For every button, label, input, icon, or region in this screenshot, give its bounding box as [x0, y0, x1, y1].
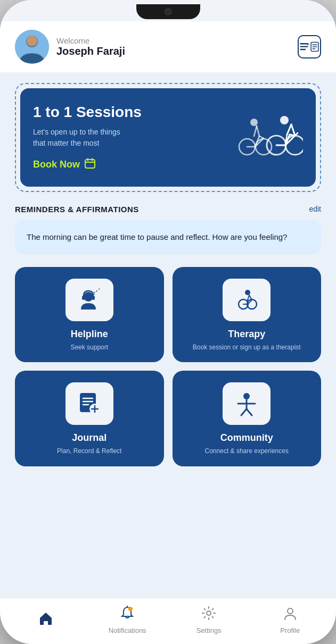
banner-subtitle: Let's open up to the thingsthat matter t… [33, 127, 234, 149]
avatar [15, 30, 49, 64]
svg-point-16 [280, 116, 289, 124]
journal-icon-box [65, 382, 113, 425]
home-icon [38, 611, 53, 630]
book-now-label: Book Now [33, 159, 80, 170]
svg-point-65 [288, 608, 293, 614]
settings-icon [201, 606, 216, 624]
services-grid: Z z z Helpline Seek support [15, 267, 321, 467]
nav-home[interactable] [27, 611, 64, 630]
community-title: Community [220, 432, 273, 444]
menu-button[interactable]: ≡ [298, 35, 321, 58]
user-name: Joseph Faraji [56, 45, 125, 57]
svg-point-27 [250, 119, 258, 126]
notch [136, 4, 200, 19]
bell-icon [120, 606, 135, 624]
nav-profile[interactable]: Profile [272, 606, 309, 634]
helpline-subtitle: Seek support [70, 343, 108, 352]
header: Welcome Joseph Faraji ≡ [0, 21, 336, 72]
svg-point-2 [27, 36, 37, 46]
reminder-card: The morning can be great time to pause a… [15, 220, 321, 254]
svg-line-24 [287, 124, 291, 135]
settings-label: Settings [196, 626, 222, 634]
svg-point-36 [84, 292, 93, 302]
calendar-icon [84, 157, 96, 172]
banner-card[interactable]: 1 to 1 Sessions Let's open up to the thi… [20, 88, 316, 187]
journal-subtitle: Plan, Record & Reflect [57, 447, 121, 456]
svg-line-23 [291, 124, 295, 136]
svg-text:z: z [99, 287, 100, 290]
banner-title: 1 to 1 Sessions [33, 103, 234, 121]
svg-point-57 [243, 393, 250, 399]
journal-card[interactable]: Journal Plan, Record & Reflect [15, 371, 164, 466]
svg-line-34 [257, 126, 259, 136]
banner-wrapper: 1 to 1 Sessions Let's open up to the thi… [15, 83, 321, 192]
edit-button[interactable]: edit [309, 205, 321, 213]
svg-line-48 [248, 295, 249, 300]
svg-point-64 [207, 611, 211, 615]
nav-notifications[interactable]: Notifications [109, 606, 146, 634]
therapy-icon-box [223, 279, 271, 321]
reminder-text: The morning can be great time to pause a… [27, 231, 309, 244]
svg-line-61 [247, 409, 252, 415]
bottom-nav: Notifications Settings Profile [0, 598, 336, 644]
svg-point-63 [128, 607, 133, 611]
svg-text:z: z [96, 289, 97, 292]
svg-rect-38 [92, 296, 95, 300]
nav-settings[interactable]: Settings [190, 606, 227, 634]
helpline-icon: Z z z [76, 286, 103, 314]
welcome-text: Welcome [56, 36, 125, 45]
svg-rect-37 [82, 296, 85, 300]
svg-line-60 [241, 409, 247, 415]
menu-icon: ≡ [299, 40, 309, 54]
helpline-icon-box: Z z z [65, 279, 113, 321]
book-now-button[interactable]: Book Now [33, 157, 234, 172]
svg-rect-5 [300, 49, 306, 50]
banner-illustration [234, 111, 303, 164]
journal-title: Journal [72, 432, 106, 444]
status-bar [0, 0, 336, 21]
svg-point-42 [245, 290, 250, 295]
community-icon-box [223, 382, 271, 425]
therapy-title: Therapy [228, 329, 265, 340]
user-info: Welcome Joseph Faraji [56, 36, 125, 57]
notifications-label: Notifications [109, 626, 146, 634]
community-subtitle: Connect & share experiences [205, 447, 289, 456]
profile-label: Profile [280, 626, 300, 634]
content-scroll: Welcome Joseph Faraji ≡ [0, 21, 336, 598]
banner-text: 1 to 1 Sessions Let's open up to the thi… [33, 103, 234, 172]
community-icon [233, 390, 260, 417]
therapy-icon [233, 286, 260, 314]
svg-text:Z: Z [93, 291, 95, 296]
journal-icon [76, 390, 103, 417]
svg-line-35 [254, 126, 257, 136]
header-left: Welcome Joseph Faraji [15, 30, 125, 64]
main-content: 1 to 1 Sessions Let's open up to the thi… [0, 72, 336, 488]
helpline-title: Helpline [71, 329, 108, 340]
camera [165, 8, 172, 15]
svg-rect-12 [85, 160, 95, 168]
community-card[interactable]: Community Connect & share experiences [173, 371, 322, 466]
helpline-card[interactable]: Z z z Helpline Seek support [15, 267, 164, 363]
therapy-subtitle: Book session or sign up as a therapist [193, 343, 301, 352]
therapy-card[interactable]: Therapy Book session or sign up as a the… [173, 267, 322, 363]
svg-line-33 [259, 136, 264, 138]
phone-frame: Welcome Joseph Faraji ≡ [0, 0, 336, 644]
section-header: REMINDERS & AFFIRMATIONS edit [15, 205, 321, 214]
profile-icon [283, 606, 298, 624]
doc-icon [309, 40, 320, 54]
reminders-title: REMINDERS & AFFIRMATIONS [15, 205, 139, 214]
